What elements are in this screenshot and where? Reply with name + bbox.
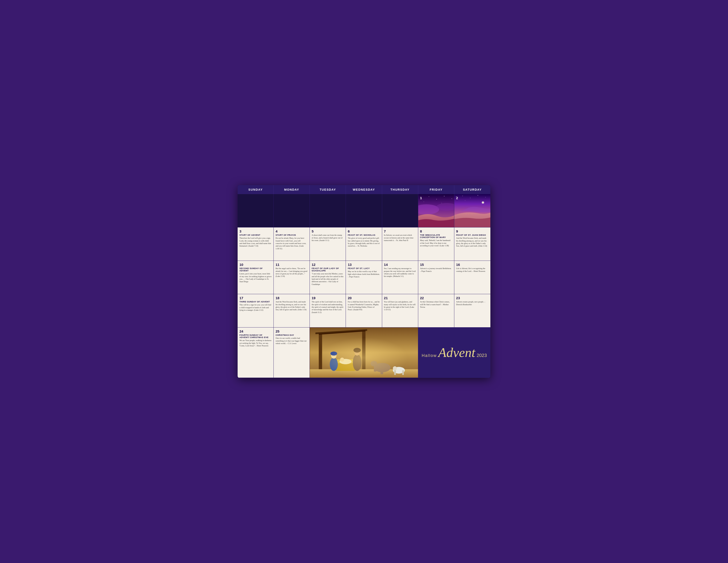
header-friday: FRIDAY [418,185,454,194]
day-6-cell: 6 FEAST OF ST. NICHOLAS The giver of eve… [346,227,382,261]
day-20-text: For a child has been born for us... and … [348,301,380,311]
svg-point-9 [441,203,442,203]
day-21-number: 21 [384,296,416,300]
day-13-cell: 13 FEAST OF ST. LUCY May we be in this w… [346,261,382,294]
day-15-cell: 15 Advent is a journey towards Bethlehem… [418,261,454,294]
empty-cell-4 [346,194,382,227]
svg-point-5 [436,199,437,199]
day-23-text: Advent creates people, new people. – Die… [456,301,489,306]
day-5-number: 5 [312,229,344,233]
svg-point-4 [429,196,429,197]
day-6-text: The giver of every good and perfect gift… [348,237,380,247]
day-16-cell: 16 Life is Advent; life is recognizing t… [454,261,490,294]
day-13-text: May we be in this world a ray of that li… [348,270,380,278]
advent-branding: Hallow Advent 2023 [422,346,487,359]
day-16-number: 16 [456,262,489,266]
day-1-cell: 1 [418,194,454,227]
day-6-title: FEAST OF ST. NICHOLAS [348,234,380,236]
day-16-text: Life is Advent; life is recognizing the … [456,267,489,272]
svg-point-8 [424,201,424,202]
svg-rect-46 [310,328,418,378]
day-18-text: And the Word became flesh, and made his … [276,301,308,311]
day-22-number: 22 [420,296,452,300]
header-wednesday: WEDNESDAY [346,185,382,194]
day-24-number: 24 [239,329,272,333]
day-12-text: "I am truly your merciful Mother, yours … [312,272,344,286]
day-15-number: 15 [420,262,452,266]
day-17-number: 17 [239,296,272,300]
day-19-text: The spirit of the Lord shall rest on him… [312,301,344,314]
day-17-text: This will be a sign for you: you will fi… [239,304,272,312]
hallow-label: Hallow [422,353,437,358]
day-3-cell: 3 START OF ADVENT Therefore the Lord wil… [238,227,274,261]
empty-cell-1 [238,194,274,227]
calendar-header: SUNDAY MONDAY TUESDAY WEDNESDAY THURSDAY… [238,185,490,194]
day-11-number: 11 [276,262,308,266]
empty-cell-5 [382,194,418,227]
day-24-cell: 24 FOURTH SUNDAY OF ADVENT/ CHRISTMAS EV… [238,328,274,378]
day-8-title: THE IMMACULATE CONCEPTION OF MARY [420,234,452,238]
calendar-wrapper: SUNDAY MONDAY TUESDAY WEDNESDAY THURSDAY… [238,185,490,378]
advent-footer-cell: Hallow Advent 2023 [418,328,490,378]
day-12-cell: 12 FEAST OF OUR LADY OF GUADALUPE "I am … [310,261,346,294]
nativity-svg [310,328,418,378]
day-3-text: Therefore the Lord will give you a sign.… [239,237,272,247]
day-4-text: Do not be afraid, Mary, for you have fou… [276,237,308,250]
day-14-cell: 14 See, I am sending my messenger to pre… [382,261,418,294]
svg-point-15 [485,197,486,197]
day-15-text: Advent is a journey towards Bethlehem. –… [420,267,452,272]
svg-point-16 [465,200,465,201]
day-10-cell: 10 SECOND SUNDAY OF ADVENT Listen, put i… [238,261,274,294]
svg-point-7 [452,198,452,199]
day-25-number: 25 [276,329,308,333]
day-10-text: Listen, put it into your heart, most lit… [239,272,272,283]
day-12-title: FEAST OF OUR LADY OF GUADALUPE [312,267,344,272]
day-8-text: Mary said, 'Behold, I am the handmaid of… [420,239,452,247]
day-18-cell: 18 And the Word became flesh, and made h… [274,294,310,328]
day-5-text: A shoot shall come out from the stump of… [312,234,344,242]
day-14-number: 14 [384,262,416,266]
day-11-cell: 11 But the angel said to them, "Do not b… [274,261,310,294]
day-12-number: 12 [312,262,344,266]
day-14-text: See, I am sending my messenger to prepar… [384,267,416,278]
day-13-number: 13 [348,262,380,266]
svg-point-6 [444,196,444,196]
day-22-cell: 22 At this Christmas when Christ comes, … [418,294,454,328]
day-23-cell: 23 Advent creates people, new people. – … [454,294,490,328]
day-24-title: FOURTH SUNDAY OF ADVENT/ CHRISTMAS EVE [239,334,272,339]
day-2-number: 2 [456,196,458,200]
desert-svg [418,194,454,227]
header-sunday: SUNDAY [238,185,274,194]
header-saturday: SATURDAY [454,185,490,194]
day-10-number: 10 [239,262,272,266]
day-8-cell: 8 THE IMMACULATE CONCEPTION OF MARY Mary… [418,227,454,261]
day-9-text: And the Word became flesh, and made his … [456,237,489,247]
day-8-number: 8 [420,229,452,233]
day-23-number: 23 [456,296,489,300]
header-monday: MONDAY [274,185,310,194]
svg-point-12 [462,196,463,196]
day-3-title: START OF ADVENT [239,234,272,236]
day-20-cell: 20 For a child has been born for us... a… [346,294,382,328]
advent-title: Advent [438,346,475,359]
day-4-title: START OF PRAY25 [276,234,308,236]
day-9-cell: 9 FEAST OF ST. JUAN DIEGO And the Word b… [454,227,490,261]
calendar-grid: 1 [238,194,490,378]
day-7-text: In Advent, we await an event which occur… [384,234,416,242]
day-4-cell: 4 START OF PRAY25 Do not be afraid, Mary… [274,227,310,261]
svg-point-14 [478,195,478,196]
day-7-number: 7 [384,229,416,233]
day-21-cell: 21 You will have joy and gladness, and m… [382,294,418,328]
empty-cell-3 [310,194,346,227]
svg-point-21 [482,202,483,203]
svg-point-13 [470,198,470,198]
day-17-title: THIRD SUNDAY OF ADVENT [239,301,272,303]
day-9-title: FEAST OF ST. JUAN DIEGO [456,234,489,236]
day-10-title: SECOND SUNDAY OF ADVENT [239,267,272,272]
day-3-number: 3 [239,229,272,233]
nativity-image-cell [310,328,418,378]
header-tuesday: TUESDAY [310,185,346,194]
day-21-text: You will have joy and gladness, and many… [384,301,416,311]
advent-year: 2023 [477,353,487,358]
day-25-title: CHRISTMAS DAY [276,334,308,336]
